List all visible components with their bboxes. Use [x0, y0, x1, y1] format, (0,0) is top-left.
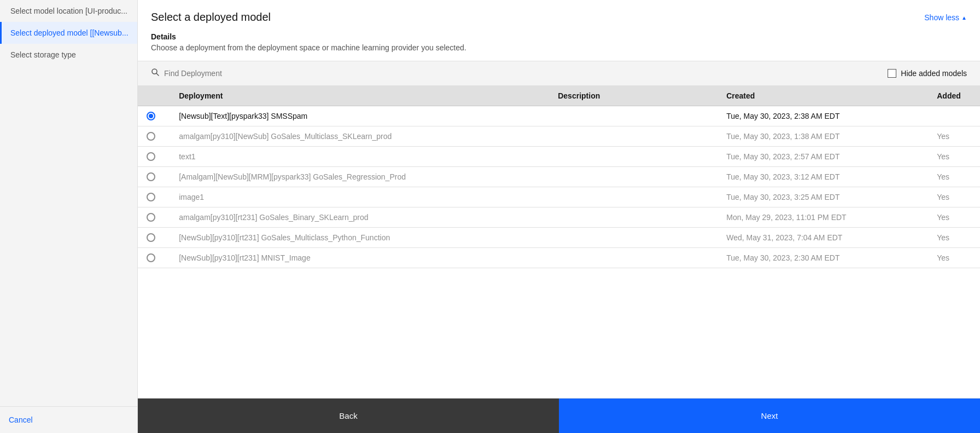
- cancel-button[interactable]: Cancel: [9, 415, 33, 424]
- radio-cell[interactable]: [138, 167, 170, 187]
- radio-button[interactable]: [147, 152, 155, 161]
- radio-cell[interactable]: [138, 248, 170, 268]
- show-less-label: Show less: [924, 13, 959, 22]
- deployments-table-container: Deployment Description Created Added [Ne…: [138, 86, 980, 398]
- deployment-name: image1: [170, 187, 549, 207]
- table-row[interactable]: image1Tue, May 30, 2023, 3:25 AM EDTYes: [138, 187, 980, 207]
- deployment-name: text1: [170, 147, 549, 167]
- deployment-created: Tue, May 30, 2023, 2:57 AM EDT: [718, 147, 928, 167]
- radio-button[interactable]: [147, 213, 155, 222]
- search-input[interactable]: [164, 69, 273, 78]
- deployment-added: Yes: [928, 147, 980, 167]
- deployment-added: Yes: [928, 187, 980, 207]
- deployment-added: Yes: [928, 126, 980, 147]
- radio-cell[interactable]: [138, 228, 170, 248]
- deployment-added: Yes: [928, 248, 980, 268]
- deployment-name: [NewSub][py310][rt231] GoSales_Multiclas…: [170, 228, 549, 248]
- deployment-created: Wed, May 31, 2023, 7:04 AM EDT: [718, 228, 928, 248]
- deployment-name: [NewSub][py310][rt231] MNIST_Image: [170, 248, 549, 268]
- deployment-created: Tue, May 30, 2023, 1:38 AM EDT: [718, 126, 928, 147]
- col-created: Created: [718, 86, 928, 106]
- details-description: Choose a deployment from the deployment …: [151, 43, 967, 52]
- deployment-description: [549, 126, 718, 147]
- deployment-added: Yes: [928, 167, 980, 187]
- deployment-created: Tue, May 30, 2023, 2:30 AM EDT: [718, 248, 928, 268]
- deployment-description: [549, 147, 718, 167]
- hide-added-label: Hide added models: [901, 69, 967, 78]
- deployment-created: Tue, May 30, 2023, 3:25 AM EDT: [718, 187, 928, 207]
- deployment-description: [549, 167, 718, 187]
- deployment-description: [549, 187, 718, 207]
- radio-cell[interactable]: [138, 106, 170, 126]
- table-row[interactable]: [Amalgam][NewSub][MRM][pyspark33] GoSale…: [138, 167, 980, 187]
- table-body: [Newsub][Text][pyspark33] SMSSpamTue, Ma…: [138, 106, 980, 268]
- table-row[interactable]: [NewSub][py310][rt231] MNIST_ImageTue, M…: [138, 248, 980, 268]
- radio-button[interactable]: [147, 233, 155, 242]
- radio-cell[interactable]: [138, 187, 170, 207]
- next-button[interactable]: Next: [559, 399, 980, 433]
- table-row[interactable]: amalgam[py310][NewSub] GoSales_Multiclas…: [138, 126, 980, 147]
- radio-button[interactable]: [147, 112, 155, 120]
- svg-line-1: [156, 73, 159, 76]
- show-less-button[interactable]: Show less ▲: [924, 13, 967, 22]
- details-section: Details Choose a deployment from the dep…: [138, 24, 980, 61]
- search-icon: [151, 68, 160, 79]
- search-container: [151, 68, 888, 79]
- page-title: Select a deployed model: [151, 11, 271, 24]
- deployment-added: Yes: [928, 228, 980, 248]
- radio-cell[interactable]: [138, 126, 170, 147]
- radio-cell[interactable]: [138, 207, 170, 228]
- col-select: [138, 86, 170, 106]
- deployment-description: [549, 248, 718, 268]
- sidebar-footer: Cancel: [0, 406, 137, 433]
- table-toolbar: Hide added models: [138, 61, 980, 86]
- hide-added-models-container[interactable]: Hide added models: [888, 69, 967, 78]
- deployment-description: [549, 228, 718, 248]
- radio-button[interactable]: [147, 253, 155, 262]
- table-row[interactable]: [Newsub][Text][pyspark33] SMSSpamTue, Ma…: [138, 106, 980, 126]
- details-label: Details: [151, 32, 967, 41]
- deployment-created: Tue, May 30, 2023, 2:38 AM EDT: [718, 106, 928, 126]
- radio-cell[interactable]: [138, 147, 170, 167]
- deployment-description: [549, 106, 718, 126]
- radio-button[interactable]: [147, 132, 155, 141]
- table-row[interactable]: amalgam[py310][rt231] GoSales_Binary_SKL…: [138, 207, 980, 228]
- deployment-created: Mon, May 29, 2023, 11:01 PM EDT: [718, 207, 928, 228]
- main-content: Select a deployed model Show less ▲ Deta…: [138, 0, 980, 433]
- table-header: Deployment Description Created Added: [138, 86, 980, 106]
- deployment-created: Tue, May 30, 2023, 3:12 AM EDT: [718, 167, 928, 187]
- deployment-name: amalgam[py310][NewSub] GoSales_Multiclas…: [170, 126, 549, 147]
- main-header: Select a deployed model Show less ▲: [138, 0, 980, 24]
- table-row[interactable]: text1Tue, May 30, 2023, 2:57 AM EDTYes: [138, 147, 980, 167]
- deployment-name: [Newsub][Text][pyspark33] SMSSpam: [170, 106, 549, 126]
- sidebar-item-select-deployed-model[interactable]: Select deployed model [[Newsub...: [0, 22, 137, 44]
- hide-added-checkbox[interactable]: [888, 69, 896, 78]
- chevron-up-icon: ▲: [961, 15, 967, 21]
- col-added: Added: [928, 86, 980, 106]
- deployments-table: Deployment Description Created Added [Ne…: [138, 86, 980, 268]
- deployment-added: Yes: [928, 207, 980, 228]
- back-button[interactable]: Back: [138, 399, 559, 433]
- sidebar: Select model location [UI-produc...Selec…: [0, 0, 138, 433]
- deployment-description: [549, 207, 718, 228]
- col-description: Description: [549, 86, 718, 106]
- radio-button[interactable]: [147, 193, 155, 201]
- sidebar-item-select-storage-type[interactable]: Select storage type: [0, 44, 137, 66]
- col-deployment: Deployment: [170, 86, 549, 106]
- deployment-name: amalgam[py310][rt231] GoSales_Binary_SKL…: [170, 207, 549, 228]
- table-row[interactable]: [NewSub][py310][rt231] GoSales_Multiclas…: [138, 228, 980, 248]
- footer: Back Next: [138, 398, 980, 433]
- radio-button[interactable]: [147, 172, 155, 181]
- sidebar-item-select-model-location[interactable]: Select model location [UI-produc...: [0, 0, 137, 22]
- deployment-added: [928, 106, 980, 126]
- deployment-name: [Amalgam][NewSub][MRM][pyspark33] GoSale…: [170, 167, 549, 187]
